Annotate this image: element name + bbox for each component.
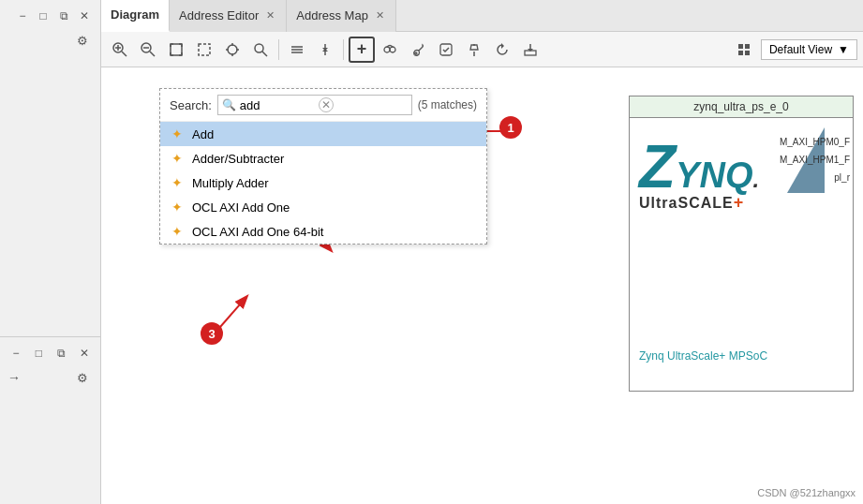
fit-page-button[interactable] (163, 37, 189, 63)
canvas-area: Search: 🔍 ✕ (5 matches) ✦ Add ✦ Adder/Su… (101, 67, 863, 504)
dropdown-arrow-icon: ▼ (838, 43, 849, 56)
svg-rect-43 (745, 44, 750, 49)
svg-line-5 (150, 52, 155, 56)
align-h-button[interactable] (284, 37, 310, 63)
zynq-ynq: YNQ (676, 157, 752, 193)
select-area-icon (197, 42, 212, 57)
validate-icon (439, 42, 454, 57)
toolbar-sep-2 (343, 39, 344, 60)
tab-address-editor-close[interactable]: ✕ (264, 9, 276, 22)
gear-icon[interactable]: ⚙ (72, 30, 93, 51)
search-icon (253, 42, 268, 57)
tab-diagram[interactable]: Diagram (101, 0, 170, 32)
export-icon (523, 42, 538, 57)
view-dropdown-label: Default View (769, 43, 832, 56)
svg-rect-44 (738, 51, 743, 55)
zynq-plus-label: + (734, 193, 744, 213)
zynq-port-1: M_AXI_HPM1_F (780, 155, 854, 165)
overlap-icon[interactable]: ⧉ (55, 7, 72, 24)
watermark: CSDN @521zhangxx (757, 487, 856, 498)
gear-bottom-icon[interactable]: ⚙ (72, 367, 93, 388)
export-button[interactable] (517, 37, 543, 63)
zynq-logo: Z YNQ . UltraS CALE + (639, 137, 759, 213)
search-result-multiply-adder[interactable]: ✦ Multiply Adder (160, 170, 486, 195)
annotation-badge-1: 1 (499, 116, 522, 139)
svg-rect-45 (745, 51, 750, 55)
tab-address-map-label: Address Map (296, 8, 368, 22)
zynq-body: Z YNQ . UltraS CALE + M_AXI_HPM0_F M_AXI… (629, 118, 854, 392)
wrench-button[interactable] (405, 37, 431, 63)
sidebar-top-controls: − □ ⧉ ✕ (14, 7, 93, 24)
tab-address-map[interactable]: Address Map ✕ (287, 0, 396, 32)
validate-button[interactable] (433, 37, 459, 63)
annotation-badge-3: 3 (201, 322, 223, 345)
search-button[interactable] (247, 37, 274, 63)
zynq-ports: M_AXI_HPM0_F M_AXI_HPM1_F pl_r (780, 137, 854, 183)
refresh-button[interactable] (489, 37, 515, 63)
add-ip-button[interactable]: + (349, 37, 375, 63)
minimize-bottom-icon[interactable]: − (7, 345, 24, 362)
view-dropdown[interactable]: Default View ▼ (761, 39, 857, 60)
toolbar-sep-1 (278, 39, 279, 60)
overlap-bottom-icon[interactable]: ⧉ (53, 345, 70, 362)
search-magnifier-icon: 🔍 (222, 98, 236, 111)
crosshair-icon (225, 42, 240, 57)
zynq-subtitle-text: Zynq UltraScale+ MPSoC (639, 349, 767, 363)
close-bottom-icon[interactable]: ✕ (76, 345, 93, 362)
sidebar-nav-row: → ⚙ (7, 367, 93, 388)
tab-address-editor-label: Address Editor (179, 8, 259, 22)
result-label-adder: Adder/Subtracter (192, 152, 284, 166)
search-clear-icon[interactable]: ✕ (319, 97, 334, 112)
svg-marker-38 (501, 43, 504, 49)
zynq-subtitle: Zynq UltraScale+ MPSoC (639, 349, 767, 363)
search-result-adder-subtracter[interactable]: ✦ Adder/Subtracter (160, 146, 486, 170)
tab-address-map-close[interactable]: ✕ (374, 9, 386, 22)
zynq-z: Z (639, 137, 676, 197)
result-icon-ocl2: ✦ (170, 224, 185, 239)
zoom-in-icon (112, 42, 127, 57)
pin-button[interactable] (461, 37, 487, 63)
restore-bottom-icon[interactable]: □ (30, 345, 47, 362)
zynq-brand-text: Z YNQ . (639, 137, 759, 197)
tab-bar: Diagram Address Editor ✕ Address Map ✕ (101, 0, 863, 32)
minimize-icon[interactable]: − (14, 7, 31, 24)
search-matches: (5 matches) (418, 98, 477, 111)
zoom-out-icon (141, 42, 156, 57)
svg-line-1 (122, 52, 126, 56)
result-label-ocl2: OCL AXI Add One 64-bit (192, 225, 323, 239)
svg-line-23 (262, 52, 267, 56)
search-label: Search: (170, 98, 212, 112)
zynq-component[interactable]: zynq_ultra_ps_e_0 Z YNQ . UltraS CALE + (629, 96, 854, 395)
fit-page-icon (169, 42, 184, 57)
search-result-ocl-add-one-64[interactable]: ✦ OCL AXI Add One 64-bit (160, 219, 486, 244)
forward-arrow-icon[interactable]: → (7, 370, 21, 385)
svg-point-32 (390, 47, 395, 52)
align-v-button[interactable] (312, 37, 338, 63)
search-dropdown: Search: 🔍 ✕ (5 matches) ✦ Add ✦ Adder/Su… (159, 88, 487, 245)
zynq-dot: . (752, 169, 759, 191)
close-icon[interactable]: ✕ (76, 7, 93, 24)
restore-icon[interactable]: □ (35, 7, 52, 24)
search-result-add[interactable]: ✦ Add (160, 122, 486, 146)
zoom-in-button[interactable] (107, 37, 133, 63)
wrench-icon (410, 42, 425, 57)
search-header: Search: 🔍 ✕ (5 matches) (160, 89, 486, 122)
zoom-out-button[interactable] (135, 37, 161, 63)
run-connection-button[interactable] (377, 37, 403, 63)
select-area-button[interactable] (191, 37, 217, 63)
result-icon-ocl1: ✦ (170, 200, 185, 215)
svg-rect-42 (738, 44, 743, 49)
search-input[interactable] (240, 98, 315, 112)
toolbar-right: Default View ▼ (731, 37, 857, 63)
grid-icon (737, 43, 751, 56)
tab-address-editor[interactable]: Address Editor ✕ (170, 0, 287, 32)
crosshair-button[interactable] (219, 37, 246, 63)
svg-point-31 (384, 47, 390, 52)
pin-icon (467, 42, 482, 57)
svg-rect-7 (171, 44, 182, 55)
main-area: Diagram Address Editor ✕ Address Map ✕ (101, 0, 863, 504)
search-input-wrapper: 🔍 ✕ (217, 95, 412, 115)
search-result-ocl-add-one[interactable]: ✦ OCL AXI Add One (160, 195, 486, 219)
result-label-add: Add (192, 127, 214, 141)
left-sidebar: − □ ⧉ ✕ ⚙ − □ ⧉ ✕ → ⚙ (0, 0, 101, 504)
